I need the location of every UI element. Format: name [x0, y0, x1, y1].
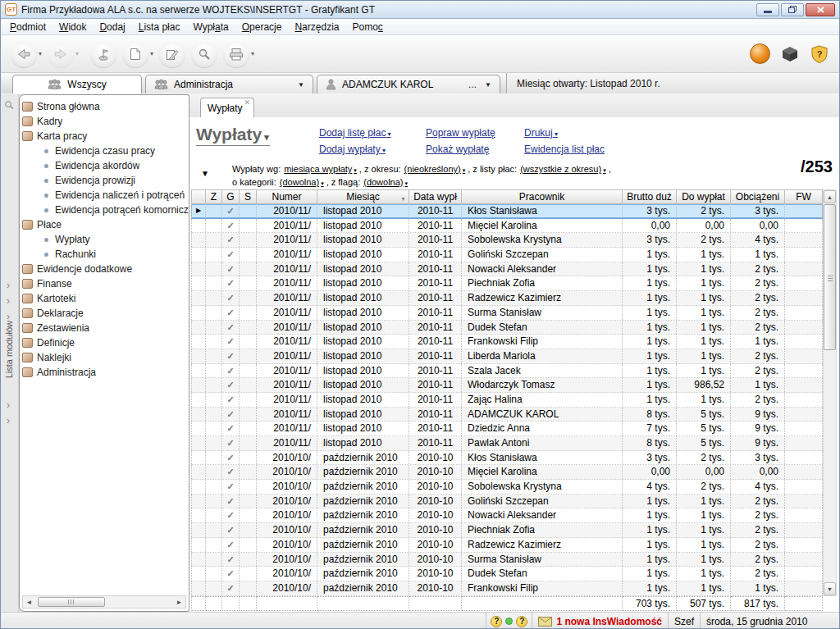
filter-link-wszystkie-z-okresu[interactable]: (wszystkie z okresu)▾ — [520, 164, 606, 174]
dropdown-caret-icon[interactable]: ▾ — [75, 50, 79, 57]
column-header-z[interactable]: Z — [206, 189, 222, 204]
table-row[interactable]: ✓2010/10/październik 20102010-10Frankows… — [191, 581, 823, 596]
action-link-ewidencja-list-płac[interactable]: Ewidencja list płac — [524, 144, 605, 155]
table-row[interactable]: ✓2010/10/październik 20102010-10Nowacki … — [191, 508, 823, 523]
column-header-miesiac[interactable]: Miesiąc▼ — [317, 189, 409, 204]
action-link-popraw-wypłatę[interactable]: Popraw wypłatę — [426, 127, 509, 139]
page-title[interactable]: Wypłaty ▾ — [196, 125, 270, 146]
help-question-icon[interactable]: ? — [491, 616, 502, 627]
table-row[interactable]: ▶✓2010/11/listopad 20102010-11Kłos Stani… — [191, 204, 823, 219]
menu-item-dodaj[interactable]: Dodaj — [93, 21, 131, 33]
module-item-karta-pracy[interactable]: Karta pracy — [20, 129, 189, 144]
nav-back-button[interactable]: ▾ — [11, 41, 42, 67]
table-row[interactable]: ✓2010/11/listopad 20102010-11Zając Halin… — [191, 393, 823, 408]
menu-item-lista-płac[interactable]: Lista płac — [132, 21, 187, 33]
pin-icon[interactable] — [3, 98, 15, 113]
dropdown-caret-icon[interactable]: ▼ — [298, 81, 304, 89]
action-link-drukuj[interactable]: Drukuj ▾ — [524, 127, 605, 139]
table-row[interactable]: ✓2010/11/listopad 20102010-11Radzewicz K… — [191, 291, 823, 306]
scrollbar-thumb[interactable] — [824, 204, 836, 350]
table-row[interactable]: ✓2010/11/listopad 20102010-11Nowacki Ale… — [191, 262, 823, 277]
scroll-left-button[interactable]: ◄ — [23, 599, 35, 606]
menu-item-wypłata[interactable]: Wypłata — [186, 21, 235, 33]
chevron-right-icon[interactable]: › — [7, 415, 10, 426]
message-segment[interactable]: 1 nowa InsWiadomość — [532, 613, 668, 629]
scroll-up-button[interactable]: ▲ — [824, 190, 836, 203]
menu-item-narzędzia[interactable]: Narzędzia — [288, 21, 345, 33]
minimize-button[interactable] — [756, 3, 779, 16]
module-panel-hscrollbar[interactable]: ◄ ► — [22, 595, 186, 608]
column-header-obciazenia[interactable]: Obciążeni — [731, 189, 785, 204]
module-subitem-ewidencja-czasu-pracy[interactable]: Ewidencja czasu pracy — [20, 144, 189, 158]
table-row[interactable]: ✓2010/11/listopad 20102010-11Pawlak Anto… — [191, 436, 823, 451]
filter-link-dowolna[interactable]: (dowolna)▾ — [363, 177, 408, 187]
table-row[interactable]: ✓2010/11/listopad 20102010-11Włodarczyk … — [191, 378, 823, 393]
filter-link-miesiąca-wypłaty[interactable]: miesiąca wypłaty▾ — [284, 164, 357, 174]
action-link-dodaj-listę-płac[interactable]: Dodaj listę płac ▾ — [319, 127, 411, 139]
table-row[interactable]: ✓2010/11/listopad 20102010-11Frankowski … — [191, 335, 823, 349]
table-row[interactable]: ✓2010/11/listopad 20102010-11Goliński Sz… — [191, 248, 823, 262]
module-item-zestawienia[interactable]: Zestawienia — [20, 321, 189, 335]
module-item-deklaracje[interactable]: Deklaracje — [20, 306, 189, 321]
table-row[interactable]: ✓2010/11/listopad 20102010-11Szala Jacek… — [191, 364, 823, 379]
filter-link-nieokreślony[interactable]: (nieokreślony)▾ — [404, 164, 466, 174]
new-document-button[interactable]: ▾ — [122, 41, 153, 67]
table-row[interactable]: ✓2010/10/październik 20102010-10Goliński… — [191, 495, 823, 509]
globe-icon[interactable] — [750, 43, 770, 64]
table-row[interactable]: ✓2010/10/październik 20102010-10Dudek St… — [191, 567, 823, 581]
column-header-s[interactable]: S — [240, 189, 257, 204]
table-header[interactable]: ZGSNumerMiesiąc▼Data wypłPracownikBrutto… — [191, 189, 823, 204]
table-row[interactable]: ✓2010/11/listopad 20102010-11Dudek Stefa… — [191, 321, 823, 335]
table-row[interactable]: ✓2010/10/październik 20102010-10Mięciel … — [191, 465, 823, 480]
view-tab-administracja[interactable]: Administracja▼ — [145, 75, 313, 93]
chevron-right-icon[interactable]: › — [7, 280, 10, 291]
menu-item-pomoc[interactable]: Pomoc — [345, 21, 389, 33]
column-header-pracownik[interactable]: Pracownik — [462, 189, 623, 204]
module-subitem-ewidencja-potrąceń-komorniczych[interactable]: Ewidencja potrąceń komorniczych — [20, 203, 189, 217]
module-item-płace[interactable]: Płace — [20, 217, 189, 232]
table-vertical-scrollbar[interactable]: ▲ ▼ — [823, 189, 837, 596]
column-header-fw[interactable]: FW — [785, 189, 823, 204]
column-header-sel[interactable] — [191, 189, 206, 204]
chevron-right-icon[interactable]: › — [7, 399, 10, 411]
table-row[interactable]: ✓2010/10/październik 20102010-10Sobolews… — [191, 480, 823, 495]
table-row[interactable]: ✓2010/11/listopad 20102010-11Piechniak Z… — [191, 276, 823, 291]
shield-help-icon[interactable]: ? — [810, 44, 829, 64]
scrollbar-thumb[interactable] — [38, 597, 105, 607]
table-row[interactable]: ✓2010/11/listopad 20102010-11Liberda Mar… — [191, 349, 823, 364]
module-item-definicje[interactable]: Definicje — [20, 335, 189, 350]
table-row[interactable]: ✓2010/11/listopad 20102010-11ADAMCZUK KA… — [191, 408, 823, 422]
module-subitem-ewidencja-naliczeń-i-potrąceń[interactable]: Ewidencja naliczeń i potrąceń — [20, 188, 189, 203]
menu-item-podmiot[interactable]: Podmiot — [3, 21, 52, 33]
chevron-right-icon[interactable]: › — [7, 295, 10, 307]
column-header-numer[interactable]: Numer — [257, 189, 317, 204]
menu-item-operacje[interactable]: Operacje — [235, 21, 289, 33]
edit-button[interactable] — [159, 41, 185, 67]
magnifier-button[interactable] — [191, 41, 217, 67]
filter-link-dowolna[interactable]: (dowolna)▾ — [280, 177, 324, 187]
column-header-data_wyplaty[interactable]: Data wypł — [409, 189, 462, 204]
user-segment[interactable]: Szef — [668, 613, 700, 629]
module-subitem-wypłaty[interactable]: Wypłaty — [20, 232, 189, 247]
scroll-down-button[interactable]: ▼ — [824, 582, 836, 595]
column-header-do_wyplat[interactable]: Do wypłat — [677, 189, 731, 204]
dropdown-caret-icon[interactable]: ▾ — [39, 50, 42, 57]
module-item-ewidencje-dodatkowe[interactable]: Ewidencje dodatkowe — [20, 262, 189, 276]
table-row[interactable]: ✓2010/10/październik 20102010-10Radzewic… — [191, 538, 823, 553]
view-tab-adamczuk-karol[interactable]: ADAMCZUK KAROL...▼ — [317, 75, 500, 93]
help-question-icon[interactable]: ? — [516, 616, 527, 627]
column-header-brutto[interactable]: Brutto duż — [623, 189, 677, 204]
flag-button[interactable] — [90, 41, 116, 67]
table-row[interactable]: ✓2010/11/listopad 20102010-11Mięciel Kar… — [191, 219, 823, 234]
table-row[interactable]: ✓2010/10/październik 20102010-10Surma St… — [191, 553, 823, 567]
module-item-kartoteki[interactable]: Kartoteki — [20, 291, 189, 306]
view-tab-wszyscy[interactable]: Wszyscy — [12, 75, 142, 93]
action-link-pokaż-wypłatę[interactable]: Pokaż wypłatę — [426, 144, 509, 155]
printer-button[interactable]: ▾ — [223, 41, 254, 67]
table-row[interactable]: ✓2010/11/listopad 20102010-11Sobolewska … — [191, 233, 823, 248]
action-link-dodaj-wypłaty[interactable]: Dodaj wypłaty ▾ — [319, 144, 411, 155]
dropdown-caret-icon[interactable]: ▾ — [150, 50, 153, 57]
table-row[interactable]: ✓2010/11/listopad 20102010-11Surma Stani… — [191, 306, 823, 321]
module-item-administracja[interactable]: Administracja — [20, 365, 189, 380]
table-row[interactable]: ✓2010/11/listopad 20102010-11Dziedzic An… — [191, 422, 823, 436]
